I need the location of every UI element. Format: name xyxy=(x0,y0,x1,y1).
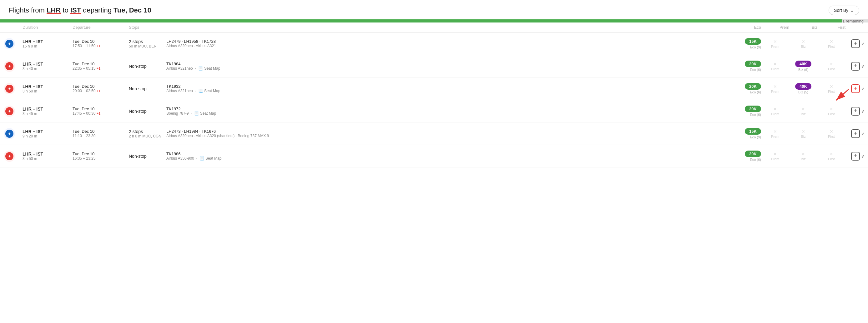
prem-label: Prem xyxy=(771,135,779,138)
stops-label: 2 stops xyxy=(129,39,166,44)
col-prem: Prem xyxy=(761,25,789,30)
prem-unavailable-icon: ✕ xyxy=(773,39,777,44)
flight-aircraft: Boeing 787-9 · 📃 Seat Map xyxy=(166,111,733,116)
flight-numbers: TK1986 xyxy=(166,151,733,156)
svg-text:✈: ✈ xyxy=(7,64,11,69)
biz-price-cell[interactable]: 40KBiz (5) xyxy=(789,83,817,94)
eco-price-cell[interactable]: 20KEco (6) xyxy=(733,83,761,94)
travel-date: Tue, Dec 10 xyxy=(114,6,151,14)
col-stops: Stops xyxy=(129,25,166,30)
chevron-down-icon: ⌄ xyxy=(850,8,854,13)
stops-detail: 50 m MUC, BER xyxy=(129,44,166,48)
biz-price-badge[interactable]: 40K xyxy=(795,61,811,67)
flight-numbers: TK1932 xyxy=(166,84,733,89)
table-row: ✈LHR – IST3 h 40 mTue, Dec 1022:35 – 05:… xyxy=(0,55,868,77)
route-label: LHR – IST xyxy=(23,62,72,67)
expand-flight-button[interactable]: ∨ xyxy=(861,109,864,114)
col-first: First xyxy=(817,25,845,30)
expand-flight-button[interactable]: ∨ xyxy=(861,41,864,46)
add-flight-button[interactable]: + xyxy=(851,39,860,48)
first-price-cell: ✕First xyxy=(817,151,845,161)
stops-label: Non-stop xyxy=(129,64,166,69)
first-label: First xyxy=(828,157,835,161)
first-price-cell: ✕First xyxy=(817,84,845,94)
table-row: ✈LHR – IST3 h 50 mTue, Dec 1016:35 – 23:… xyxy=(0,145,868,168)
eco-sub: Eco (6) xyxy=(750,158,761,162)
progress-remaining: 1 remaining xyxy=(842,19,864,24)
eco-price-badge[interactable]: 20K xyxy=(745,61,761,67)
prem-price-cell: ✕Prem xyxy=(761,107,789,116)
flight-numbers: TK1984 xyxy=(166,62,733,66)
biz-price-badge[interactable]: 40K xyxy=(795,83,811,89)
flight-aircraft: Airbus A320neo · Airbus A320 (sharklets)… xyxy=(166,134,733,138)
prem-label: Prem xyxy=(771,157,779,161)
sort-by-button[interactable]: Sort By ⌄ xyxy=(829,6,859,15)
eco-price-cell[interactable]: 15KEco (9) xyxy=(733,128,761,139)
svg-text:✈: ✈ xyxy=(7,109,11,114)
route-label: LHR – IST xyxy=(23,84,72,89)
add-flight-button[interactable]: + xyxy=(851,84,860,93)
airline-logo: ✈ xyxy=(4,61,23,72)
eco-price-badge[interactable]: 20K xyxy=(745,83,761,89)
prem-label: Prem xyxy=(771,45,779,48)
eco-sub: Eco (6) xyxy=(750,68,761,72)
airline-logo: ✈ xyxy=(4,128,23,139)
add-flight-button[interactable]: + xyxy=(851,129,860,138)
action-cell: +∨ xyxy=(845,152,864,160)
flight-aircraft: Airbus A321neo · 📃 Seat Map xyxy=(166,89,733,93)
eco-price-badge[interactable]: 20K xyxy=(745,151,761,157)
table-row: ✈LHR – IST3 h 45 mTue, Dec 1017:45 – 00:… xyxy=(0,100,868,122)
svg-text:✈: ✈ xyxy=(7,154,11,159)
flight-numbers: LH2473 · LH1984 · TK1676 xyxy=(166,129,733,134)
expand-flight-button[interactable]: ∨ xyxy=(861,64,864,69)
eco-price-badge[interactable]: 15K xyxy=(745,38,761,45)
route-label: LHR – IST xyxy=(23,107,72,111)
biz-label: Biz xyxy=(801,135,805,138)
prem-price-cell: ✕Prem xyxy=(761,84,789,94)
departure-time: 16:35 – 23:25 xyxy=(72,156,129,160)
add-flight-button[interactable]: + xyxy=(851,107,860,116)
airline-logo: ✈ xyxy=(4,151,23,162)
flight-aircraft: Airbus A321neo · 📃 Seat Map xyxy=(166,66,733,71)
svg-text:✈: ✈ xyxy=(8,132,11,136)
biz-unavailable-icon: ✕ xyxy=(801,129,805,134)
duration-label: 3 h 40 m xyxy=(23,67,72,71)
prem-unavailable-icon: ✕ xyxy=(773,107,777,111)
page-container: Flights from LHR to IST departing Tue, D… xyxy=(0,0,868,168)
table-row: ✈LHR – IST9 h 20 mTue, Dec 1011:10 – 23:… xyxy=(0,122,868,145)
biz-price-cell: ✕Biz xyxy=(789,107,817,116)
first-price-cell: ✕First xyxy=(817,129,845,138)
eco-price-cell[interactable]: 15KEco (9) xyxy=(733,38,761,49)
seat-map-icon: 📃 xyxy=(199,156,204,160)
eco-price-badge[interactable]: 20K xyxy=(745,106,761,112)
origin: LHR xyxy=(46,6,61,14)
destination: IST xyxy=(70,6,81,14)
flight-aircraft: Airbus A350-900 · 📃 Seat Map xyxy=(166,156,733,160)
biz-label: Biz xyxy=(801,112,805,116)
eco-price-cell[interactable]: 20KEco (6) xyxy=(733,106,761,116)
add-flight-button[interactable]: + xyxy=(851,152,860,160)
first-label: First xyxy=(828,67,835,71)
departure-time: 17:45 – 00:30 +1 xyxy=(72,111,129,116)
first-unavailable-icon: ✕ xyxy=(830,84,833,89)
eco-sub: Eco (9) xyxy=(750,45,761,49)
biz-price-cell[interactable]: 40KBiz (6) xyxy=(789,61,817,72)
expand-flight-button[interactable]: ∨ xyxy=(861,86,864,91)
eco-price-badge[interactable]: 15K xyxy=(745,128,761,135)
first-price-cell: ✕First xyxy=(817,62,845,71)
eco-price-cell[interactable]: 20KEco (6) xyxy=(733,151,761,162)
expand-flight-button[interactable]: ∨ xyxy=(861,131,864,136)
expand-flight-button[interactable]: ∨ xyxy=(861,154,864,159)
flight-numbers: TK1972 xyxy=(166,107,733,111)
departure-date: Tue, Dec 10 xyxy=(72,84,129,89)
seat-map-icon: 📃 xyxy=(198,66,203,71)
add-flight-button[interactable]: + xyxy=(851,62,860,71)
table-header: Duration Departure Stops Eco Prem Biz Fi… xyxy=(0,23,868,33)
flight-row-wrapper: ✈LHR – IST3 h 45 mTue, Dec 1017:45 – 00:… xyxy=(0,100,868,122)
departure-date: Tue, Dec 10 xyxy=(72,151,129,156)
prem-unavailable-icon: ✕ xyxy=(773,62,777,67)
duration-label: 3 h 50 m xyxy=(23,156,72,161)
first-label: First xyxy=(828,112,835,116)
flight-numbers: LH2479 · LH1958 · TK1728 xyxy=(166,39,733,44)
eco-price-cell[interactable]: 20KEco (6) xyxy=(733,61,761,72)
